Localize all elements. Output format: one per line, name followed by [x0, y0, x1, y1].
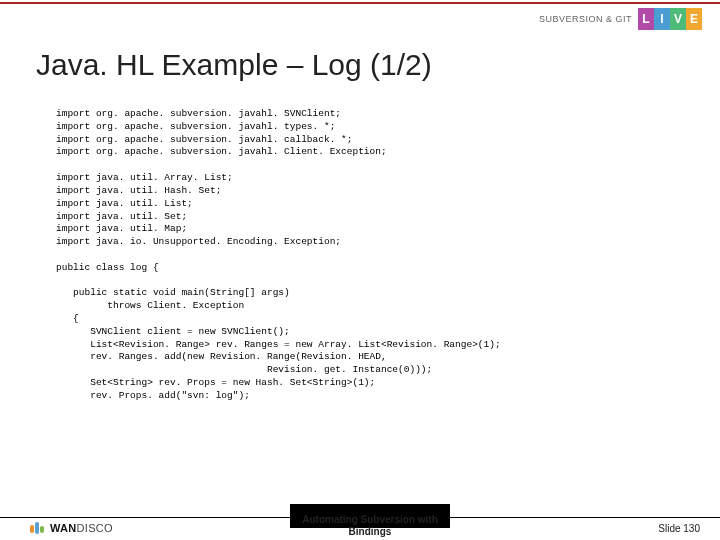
wandisco-icon — [30, 520, 46, 536]
live-logo: L I V E — [638, 8, 702, 30]
header-accent-line — [0, 2, 720, 4]
code-block: import org. apache. subversion. javahl. … — [56, 108, 501, 403]
wandisco-logo: WANDISCO — [30, 520, 113, 536]
live-e: E — [686, 8, 702, 30]
footer-title-line2: Bindings — [349, 526, 392, 537]
live-v: V — [670, 8, 686, 30]
live-l: L — [638, 8, 654, 30]
live-i: I — [654, 8, 670, 30]
brand-text: SUBVERSION & GIT — [539, 14, 632, 24]
wandisco-text: WANDISCO — [50, 522, 113, 534]
brand-area: SUBVERSION & GIT L I V E — [539, 8, 702, 30]
footer-title: Automating Subversion with Bindings — [270, 514, 470, 540]
slide-number: Slide 130 — [658, 523, 700, 534]
footer-title-line1: Automating Subversion with — [302, 514, 438, 525]
slide-title: Java. HL Example – Log (1/2) — [36, 48, 432, 82]
